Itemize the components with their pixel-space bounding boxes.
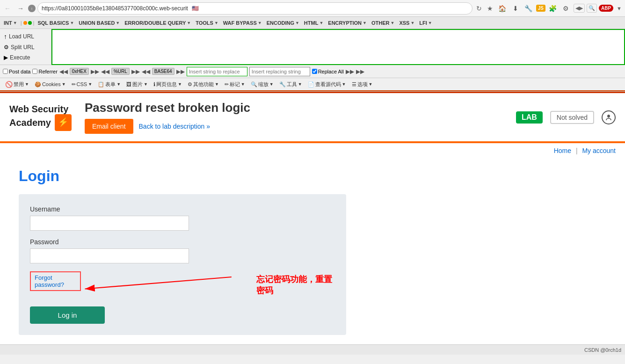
forward-button[interactable]: → [15,3,26,14]
home-link[interactable]: Home [554,147,571,154]
back-button[interactable]: ← [2,3,13,14]
load-url-tool[interactable]: ↑ Load URL [0,31,51,42]
mark-icon: ✏ [225,81,229,87]
ext1-button[interactable]: ◀▶ [574,4,585,13]
other-menu[interactable]: OTHER▼ [370,19,396,27]
status-bar: CSDN @0rch1d [0,344,625,355]
base64-btn[interactable]: BASE64 [152,68,174,75]
user-icon-btn[interactable] [602,110,616,124]
insert-string-input[interactable] [187,67,247,76]
form-label: 表单 [105,81,116,88]
back-link-text: Back to lab description [139,123,205,130]
zoom-icon: 🔍 [251,81,257,87]
css-icon: ✏ [72,81,76,87]
password-label: Password [30,238,335,246]
status-text: CSDN @0rch1d [584,347,621,353]
my-account-link[interactable]: My account [582,147,616,154]
menu-button[interactable]: ▼ [615,5,623,12]
disable-arrow: ▼ [25,82,29,87]
execute-label: Execute [10,54,30,61]
insert-replacing-input[interactable] [249,67,310,76]
pageinfo-tool[interactable]: ℹ 网页信息 ▼ [151,80,184,89]
back-to-lab-link[interactable]: Back to lab description » [139,123,211,130]
waf-bypass-menu[interactable]: WAF BYPASS▼ [221,19,264,27]
user-icon [605,114,612,121]
nav-separator: | [576,147,578,154]
lfi-menu[interactable]: LFI▼ [417,19,434,27]
html-menu[interactable]: HTML▼ [302,19,325,27]
int-label: INT [4,20,12,26]
form-tool[interactable]: 📋 表单 ▼ [95,80,123,89]
reload-button[interactable]: ↻ [474,4,484,13]
url-bar[interactable]: https://0a810001035b8e1380485377008c000c… [37,2,472,15]
home-nav-button[interactable]: 🏠 [497,3,508,14]
load-url-icon: ↑ [4,33,7,40]
js-button[interactable]: JS [536,5,545,12]
logo-line2: Academy ⚡ [9,114,72,131]
navigation-bar: ← → i https://0a810001035b8e138048537700… [0,0,625,17]
other-tool[interactable]: ⚙ 其他功能 ▼ [185,80,221,89]
forgot-password-link[interactable]: Forgot password? [30,271,81,291]
replace-arrow2: ▶▶ [356,68,364,75]
nav-right-icons: 🏠 ⬇ 🔧 JS 🧩 ⚙ ◀▶ 🔍 ABP ▼ [497,3,623,14]
base64-arrow-right: ▶▶ [176,68,185,75]
post-data-item[interactable]: Post data [3,69,30,74]
post-data-checkbox[interactable] [3,69,8,74]
disable-tool[interactable]: 🚫 禁用 ▼ [3,80,31,89]
replace-all-label: Replace All [318,69,344,74]
tools-tool[interactable]: 🔧 工具 ▼ [277,80,305,89]
xss-menu[interactable]: XSS▼ [397,19,416,27]
mark-tool[interactable]: ✏ 标记 ▼ [222,80,247,89]
settings-button[interactable]: ⚙ [560,3,572,14]
no-entry-icon: 🚫 [5,81,13,88]
login-title: Login [19,167,606,185]
login-button[interactable]: Log in [30,306,105,324]
url-text-area[interactable] [51,29,625,65]
username-input[interactable] [30,216,189,231]
split-url-label: Split URL [11,44,35,51]
referrer-checkbox[interactable] [32,69,37,74]
replace-arrow1: ▶▶ [346,68,354,75]
replace-all-item[interactable]: Replace All [312,69,344,74]
abp-button[interactable]: ABP [599,5,613,12]
cookies-tool[interactable]: 🍪 Cookies ▼ [32,80,68,88]
url-textarea[interactable] [54,32,622,55]
int-dropdown[interactable]: INT ▼ [2,19,19,27]
tools-label: 工具 [287,81,297,88]
download-button[interactable]: ⬇ [510,3,521,14]
css-tool[interactable]: ✏ CSS ▼ [69,80,95,88]
zoom-tool[interactable]: 🔍 缩放 ▼ [248,80,276,89]
other-label: 其他功能 [193,81,214,88]
sql-basics-menu[interactable]: SQL BASICS▼ [36,19,76,27]
execute-tool[interactable]: ▶ Execute [0,52,51,63]
replace-all-checkbox[interactable] [312,69,317,74]
other-icon: ⚙ [188,81,192,87]
password-input[interactable] [30,248,189,263]
username-group: Username [30,205,335,231]
page-content: Web Security Academy ⚡ Password reset br… [0,93,625,344]
error-query-menu[interactable]: ERROR/DOUBLE QUERY▼ [123,19,193,27]
split-url-tool[interactable]: ⚙ Split URL [0,42,51,52]
hex-arrow-left: ◀◀ [59,68,68,75]
source-tool[interactable]: 📄 查看源代码 ▼ [305,80,349,89]
union-based-menu[interactable]: UNION BASED▼ [77,19,122,27]
other-arrow: ▼ [215,82,219,87]
tools-menu[interactable]: TOOLS▼ [194,19,220,27]
zoom-button[interactable]: 🔍 [587,4,597,13]
source-icon: 📄 [308,81,314,87]
login-form: Username Password Forgot password? [19,194,346,335]
referrer-item[interactable]: Referrer [32,69,57,74]
puzzle-icon[interactable]: 🧩 [547,3,559,14]
bookmark-button[interactable]: ★ [486,4,495,13]
url-btn[interactable]: %URL [111,68,130,75]
main-content: Login Username Password Forgot password? [0,158,625,344]
extensions-button[interactable]: 🔧 [523,3,534,14]
encoding-menu[interactable]: ENCODING▼ [265,19,301,27]
url-input-section: ↑ Load URL ⚙ Split URL ▶ Execute [0,29,625,65]
hex-arrow-right: ▶▶ [91,68,99,75]
image-tool[interactable]: 🖼 图片 ▼ [124,80,150,89]
options-tool[interactable]: ☰ 选项 ▼ [349,80,375,89]
email-client-button[interactable]: Email client [85,119,133,134]
encryption-menu[interactable]: ENCRYPTION▼ [326,19,369,27]
hex-btn[interactable]: 0xHEX [70,68,89,75]
